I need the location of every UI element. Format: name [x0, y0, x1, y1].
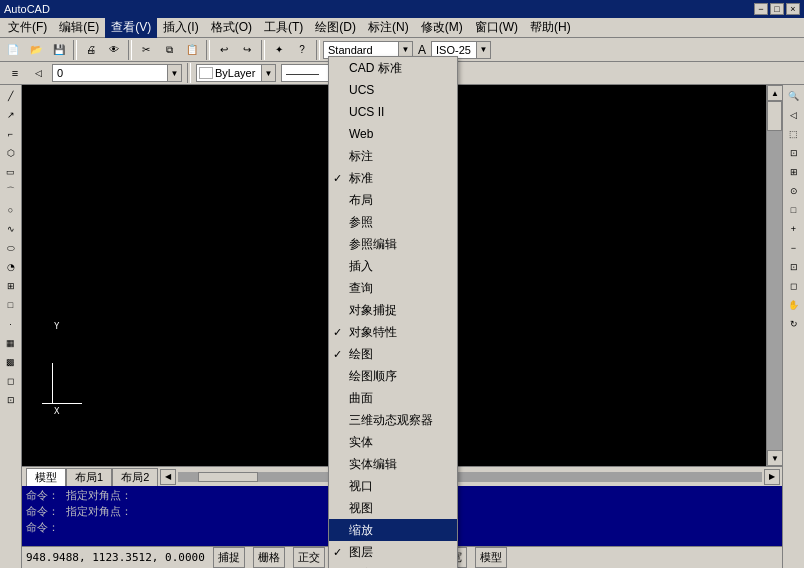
- vscroll-track[interactable]: [767, 101, 782, 450]
- cut-button[interactable]: ✂: [135, 40, 157, 60]
- menu-wenzi[interactable]: 文字: [329, 563, 457, 568]
- menu-modify[interactable]: 修改(M): [415, 17, 469, 38]
- maximize-button[interactable]: □: [770, 3, 784, 15]
- layer-manager-btn[interactable]: ≡: [4, 63, 26, 83]
- hatch-btn[interactable]: ▦: [2, 334, 20, 352]
- menu-tuceng[interactable]: 图层: [329, 541, 457, 563]
- make-block-btn[interactable]: □: [2, 296, 20, 314]
- gradient-btn[interactable]: ▩: [2, 353, 20, 371]
- menu-insert[interactable]: 插入(I): [157, 17, 204, 38]
- menu-web[interactable]: Web: [329, 123, 457, 145]
- menu-huitushunxu[interactable]: 绘图顺序: [329, 365, 457, 387]
- draw-ray-btn[interactable]: ↗: [2, 106, 20, 124]
- menu-standard[interactable]: 标准: [329, 167, 457, 189]
- new-button[interactable]: 📄: [2, 40, 24, 60]
- layer-prev-btn[interactable]: ◁: [27, 63, 49, 83]
- vscroll-down-btn[interactable]: ▼: [767, 450, 782, 466]
- pan-btn[interactable]: ✋: [785, 296, 803, 314]
- zoom-object-btn[interactable]: □: [785, 201, 803, 219]
- zoom-in-btn[interactable]: +: [785, 220, 803, 238]
- insert-block-btn[interactable]: ⊞: [2, 277, 20, 295]
- zoom-scale-btn[interactable]: ⊞: [785, 163, 803, 181]
- menu-duixiangbzh[interactable]: 对象捕捉: [329, 299, 457, 321]
- tab-layout2[interactable]: 布局2: [112, 468, 158, 486]
- menu-shiti[interactable]: 实体: [329, 431, 457, 453]
- menu-3d[interactable]: 三维动态观察器: [329, 409, 457, 431]
- draw-arc-btn[interactable]: ⌒: [2, 182, 20, 200]
- status-ortho[interactable]: 正交: [293, 547, 325, 568]
- boundary-btn[interactable]: ⊡: [2, 391, 20, 409]
- preview-button[interactable]: 👁: [103, 40, 125, 60]
- draw-circle-btn[interactable]: ○: [2, 201, 20, 219]
- minimize-button[interactable]: −: [754, 3, 768, 15]
- menu-duixiangtzh[interactable]: 对象特性: [329, 321, 457, 343]
- vscroll-up-btn[interactable]: ▲: [767, 85, 782, 101]
- menu-view[interactable]: 查看(V): [105, 17, 157, 38]
- zoom-out-btn[interactable]: −: [785, 239, 803, 257]
- draw-point-btn[interactable]: ·: [2, 315, 20, 333]
- layer-combo[interactable]: 0 ▼: [52, 64, 182, 82]
- menu-window[interactable]: 窗口(W): [469, 17, 524, 38]
- status-snap[interactable]: 捕捉: [213, 547, 245, 568]
- zoom-extents-btn[interactable]: ◻: [785, 277, 803, 295]
- tab-layout1[interactable]: 布局1: [66, 468, 112, 486]
- undo-button[interactable]: ↩: [213, 40, 235, 60]
- hscroll-track[interactable]: [178, 472, 762, 482]
- zoom-dynamic-btn[interactable]: ⊡: [785, 144, 803, 162]
- menu-format[interactable]: 格式(O): [205, 17, 258, 38]
- region-btn[interactable]: ◻: [2, 372, 20, 390]
- menu-shitu[interactable]: 视图: [329, 497, 457, 519]
- zoom-all-btn[interactable]: ⊡: [785, 258, 803, 276]
- menu-qumian[interactable]: 曲面: [329, 387, 457, 409]
- draw-ellipse-btn[interactable]: ⬭: [2, 239, 20, 257]
- menu-ucs2[interactable]: UCS II: [329, 101, 457, 123]
- menu-tools[interactable]: 工具(T): [258, 17, 309, 38]
- zoom-prev-btn[interactable]: ◁: [785, 106, 803, 124]
- close-button[interactable]: ×: [786, 3, 800, 15]
- orbit-btn[interactable]: ↻: [785, 315, 803, 333]
- draw-line-btn[interactable]: ╱: [2, 87, 20, 105]
- menu-chaxun[interactable]: 查询: [329, 277, 457, 299]
- menu-help[interactable]: 帮助(H): [524, 17, 577, 38]
- hscroll-right-btn[interactable]: ▶: [764, 469, 780, 485]
- menu-huitu[interactable]: 绘图: [329, 343, 457, 365]
- menu-canzhao[interactable]: 参照: [329, 211, 457, 233]
- vscroll-thumb[interactable]: [767, 101, 782, 131]
- iso-arrow[interactable]: ▼: [476, 42, 490, 58]
- layer-arrow[interactable]: ▼: [167, 65, 181, 81]
- print-button[interactable]: 🖨: [80, 40, 102, 60]
- help-button[interactable]: ?: [291, 40, 313, 60]
- save-button[interactable]: 💾: [48, 40, 70, 60]
- hscroll-left-btn[interactable]: ◀: [160, 469, 176, 485]
- draw-spline-btn[interactable]: ∿: [2, 220, 20, 238]
- redo-button[interactable]: ↪: [236, 40, 258, 60]
- paste-button[interactable]: 📋: [181, 40, 203, 60]
- menu-buju[interactable]: 布局: [329, 189, 457, 211]
- menu-file[interactable]: 文件(F): [2, 17, 53, 38]
- draw-rect-btn[interactable]: ▭: [2, 163, 20, 181]
- menu-biaozu[interactable]: 标注: [329, 145, 457, 167]
- hscroll-thumb[interactable]: [198, 472, 258, 482]
- menu-shitibj[interactable]: 实体编辑: [329, 453, 457, 475]
- menu-charu[interactable]: 插入: [329, 255, 457, 277]
- tab-model[interactable]: 模型: [26, 468, 66, 486]
- menu-dimension[interactable]: 标注(N): [362, 17, 415, 38]
- zoom-realtime-btn[interactable]: 🔍: [785, 87, 803, 105]
- open-button[interactable]: 📂: [25, 40, 47, 60]
- copy-button[interactable]: ⧉: [158, 40, 180, 60]
- matchprop-button[interactable]: ✦: [268, 40, 290, 60]
- zoom-window-btn[interactable]: ⬚: [785, 125, 803, 143]
- color-combo[interactable]: ByLayer ▼: [196, 64, 276, 82]
- menu-draw[interactable]: 绘图(D): [309, 17, 362, 38]
- draw-ellipsearc-btn[interactable]: ◔: [2, 258, 20, 276]
- menu-edit[interactable]: 编辑(E): [53, 17, 105, 38]
- zoom-center-btn[interactable]: ⊙: [785, 182, 803, 200]
- status-model[interactable]: 模型: [475, 547, 507, 568]
- menu-cad-standard[interactable]: CAD 标准: [329, 57, 457, 79]
- menu-canzhaobianj[interactable]: 参照编辑: [329, 233, 457, 255]
- menu-ucs[interactable]: UCS: [329, 79, 457, 101]
- menu-shiku[interactable]: 视口: [329, 475, 457, 497]
- status-grid[interactable]: 栅格: [253, 547, 285, 568]
- draw-polygon-btn[interactable]: ⬡: [2, 144, 20, 162]
- color-arrow[interactable]: ▼: [261, 65, 275, 81]
